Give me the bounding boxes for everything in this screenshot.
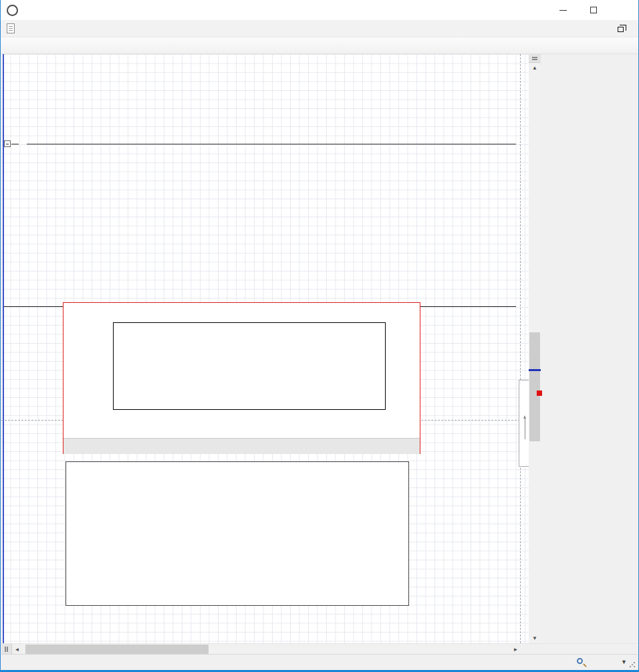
window-controls [548, 0, 638, 20]
vertical-scrollbar[interactable]: ▲ ▼ [529, 54, 541, 643]
plot-region-sheer-vs-position[interactable] [63, 302, 420, 454]
chart-plot-area [113, 322, 386, 410]
mdi-restore-button[interactable] [618, 25, 624, 32]
section-line [27, 144, 516, 144]
horizontal-scroll-thumb[interactable] [25, 645, 209, 654]
minimize-button[interactable] [548, 0, 578, 20]
document-icon[interactable] [7, 23, 15, 33]
app-window: ▲ ▼ ◄ ► ▼ [0, 0, 639, 672]
worksheet-canvas[interactable] [1, 54, 529, 643]
scroll-left-button[interactable]: ◄ [12, 644, 22, 655]
menu-bar [1, 20, 638, 37]
side-panel [543, 54, 639, 643]
toolbar [1, 37, 638, 54]
zoom-icon [577, 658, 583, 664]
horizontal-splitter-button[interactable] [1, 644, 12, 655]
resize-grip[interactable] [629, 661, 636, 668]
collapsible-section-v [4, 140, 516, 149]
main-area: ▲ ▼ [1, 54, 638, 643]
clipped-plot-fragment [519, 380, 529, 467]
section-collapse-icon[interactable] [4, 140, 11, 147]
app-logo-icon [7, 5, 18, 16]
maximize-icon [590, 7, 597, 13]
minimize-icon [559, 10, 567, 11]
horizontal-scrollbar[interactable]: ◄ ► [1, 643, 638, 654]
maximize-button[interactable] [578, 0, 608, 20]
close-button[interactable] [608, 0, 638, 20]
title-bar [1, 0, 638, 20]
scroll-down-button[interactable]: ▼ [529, 633, 541, 643]
fragment-y-axis-arrow-icon [525, 418, 525, 439]
status-bar: ▼ [1, 654, 638, 670]
horizontal-scroll-track[interactable] [22, 644, 511, 655]
mdi-window-controls [608, 20, 633, 37]
plot-region-xy[interactable] [66, 461, 409, 606]
section-line [11, 144, 19, 144]
scrollbar-error-marker [537, 390, 542, 396]
chart-legend-strip[interactable] [63, 438, 420, 454]
scroll-right-button[interactable]: ► [511, 644, 521, 655]
scroll-up-button[interactable]: ▲ [529, 63, 541, 73]
vertical-scroll-thumb[interactable] [529, 332, 540, 441]
vertical-splitter-button[interactable] [529, 54, 541, 63]
zoom-dropdown-icon[interactable]: ▼ [621, 659, 627, 665]
page-boundary-vertical [520, 54, 521, 643]
restore-icon [618, 27, 624, 32]
scrollbar-page-marker [529, 369, 541, 371]
